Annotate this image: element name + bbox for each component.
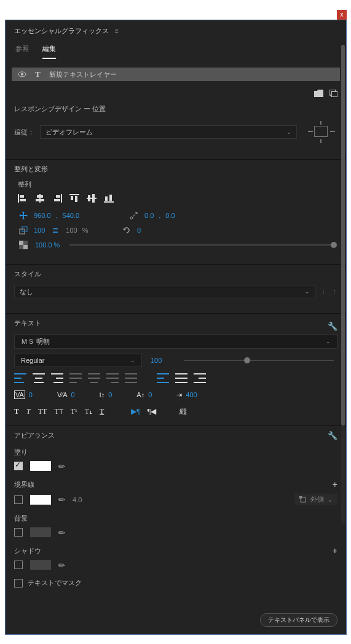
vert-align-mid-icon[interactable] — [175, 373, 187, 383]
text-justify-center-icon[interactable] — [88, 373, 100, 383]
text-align-right-icon[interactable] — [51, 373, 63, 383]
text-justify-left-icon[interactable] — [69, 373, 82, 383]
shadow-checkbox[interactable] — [14, 561, 23, 569]
scale-linked: 100 — [66, 227, 77, 234]
chevron-down-icon: ⌄ — [305, 289, 310, 295]
stroke-width-value[interactable]: 4.0 — [73, 496, 82, 503]
text-title: テキスト — [14, 319, 41, 328]
align-left-icon[interactable] — [18, 194, 28, 203]
font-size-slider[interactable] — [184, 360, 334, 361]
ltr-icon[interactable]: ▶¶ — [131, 407, 140, 416]
stroke-position-dropdown[interactable]: 外側 ⌄ — [294, 494, 337, 505]
kerning-value[interactable]: 0 — [71, 391, 75, 398]
visibility-icon[interactable] — [18, 71, 26, 77]
eyedropper-icon[interactable]: ✎ — [56, 527, 67, 538]
style-down-button[interactable]: ↓ — [320, 287, 326, 296]
svg-rect-10 — [61, 194, 62, 203]
rtl-icon[interactable]: ¶◀ — [148, 407, 156, 416]
panel-header: エッセンシャルグラフィックス ≡ — [6, 20, 346, 39]
wrench-icon[interactable]: 🔧 — [328, 431, 337, 440]
align-bottom-icon[interactable] — [104, 194, 114, 203]
mask-checkbox[interactable] — [14, 579, 23, 588]
tracking-value[interactable]: 0 — [29, 391, 33, 398]
small-caps-icon[interactable]: Tᴛ — [54, 407, 63, 416]
tab-browse[interactable]: 参照 — [15, 44, 29, 59]
font-weight-value: Regular — [21, 357, 45, 364]
scrollbar[interactable] — [341, 45, 345, 524]
folder-icon[interactable] — [314, 90, 323, 97]
font-size-value[interactable]: 100 — [151, 357, 172, 364]
background-color-swatch[interactable] — [30, 527, 51, 537]
shadow-color-swatch[interactable] — [30, 560, 51, 570]
all-caps-icon[interactable]: TT — [38, 407, 47, 416]
stroke-checkbox[interactable] — [14, 495, 23, 504]
section-appearance: アピアランス 🔧 塗り ✎ 境界線+ ✎ 4.0 外側 — [6, 426, 346, 596]
mask-label: テキストでマスク — [28, 578, 82, 588]
scrollbar-thumb[interactable] — [341, 45, 345, 425]
svg-rect-12 — [54, 199, 60, 201]
vert-align-top-icon[interactable] — [157, 373, 169, 383]
eyedropper-icon[interactable]: ✎ — [56, 494, 67, 505]
rotation-value[interactable]: 0 — [137, 227, 141, 234]
style-dropdown[interactable]: なし ⌄ — [14, 285, 315, 298]
chevron-down-icon: ⌄ — [286, 129, 291, 135]
text-align-left-icon[interactable] — [14, 373, 26, 383]
text-justify-all-icon[interactable] — [125, 373, 137, 383]
window-close-button[interactable]: x — [337, 10, 347, 20]
tsume-value[interactable]: 400 — [186, 391, 197, 398]
scale-value[interactable]: 100 — [34, 227, 45, 234]
text-align-center-icon[interactable] — [33, 373, 45, 383]
opacity-slider[interactable] — [69, 244, 334, 246]
tab-edit[interactable]: 編集 — [42, 44, 56, 59]
position-y[interactable]: 540.0 — [63, 212, 80, 219]
position-x[interactable]: 960.0 — [34, 212, 51, 219]
responsive-title: レスポンシブデザイン ー 位置 — [14, 104, 337, 114]
underline-icon[interactable]: T — [100, 407, 104, 416]
vert-align-bot-icon[interactable] — [194, 373, 206, 383]
follow-dropdown[interactable]: ビデオフレーム ⌄ — [40, 125, 297, 139]
superscript-icon[interactable]: T¹ — [71, 407, 77, 416]
pin-widget[interactable] — [306, 120, 337, 144]
wrench-icon[interactable]: 🔧 — [328, 322, 337, 331]
stroke-position-value: 外側 — [310, 495, 324, 504]
eyedropper-icon[interactable]: ✎ — [56, 460, 67, 471]
fill-color-swatch[interactable] — [30, 461, 51, 471]
section-text: テキスト 🔧 ＭＳ 明朝 ⌄ Regular ⌄ 100 — [6, 314, 346, 426]
align-center-v-icon[interactable] — [87, 194, 97, 203]
align-center-h-icon[interactable] — [35, 194, 45, 203]
font-family-dropdown[interactable]: ＭＳ 明朝 ⌄ — [14, 334, 337, 349]
style-up-button[interactable]: ↑ — [331, 287, 337, 296]
background-checkbox[interactable] — [14, 528, 23, 537]
scale-percent: % — [82, 227, 89, 234]
leading-value[interactable]: 0 — [108, 391, 112, 398]
anchor-y[interactable]: 0.0 — [165, 212, 175, 219]
align-top-icon[interactable] — [69, 194, 79, 203]
baseline-value[interactable]: 0 — [148, 391, 152, 398]
anchor-x[interactable]: 0.0 — [144, 212, 154, 219]
panel-menu-icon[interactable]: ≡ — [115, 28, 119, 34]
faux-bold-icon[interactable]: T — [14, 407, 19, 416]
svg-point-1 — [21, 73, 23, 76]
fill-checkbox[interactable] — [14, 462, 23, 470]
add-shadow-button[interactable]: + — [333, 546, 337, 556]
layer-row[interactable]: T 新規テキストレイヤー — [12, 68, 340, 81]
tategaki-icon[interactable]: 縦 — [179, 406, 187, 417]
new-item-icon[interactable] — [329, 90, 337, 97]
scale-row: 100 𝌆 100 % 0 — [18, 226, 337, 235]
align-right-icon[interactable] — [52, 194, 62, 203]
subscript-icon[interactable]: T₁ — [85, 407, 92, 416]
opacity-value[interactable]: 100.0 % — [35, 241, 60, 249]
add-stroke-button[interactable]: + — [333, 479, 337, 489]
svg-rect-21 — [109, 195, 112, 201]
text-justify-right-icon[interactable] — [106, 373, 119, 383]
show-text-panel-button[interactable]: テキストパネルで表示 — [260, 613, 337, 627]
stroke-color-swatch[interactable] — [30, 495, 51, 505]
faux-italic-icon[interactable]: T — [26, 407, 31, 416]
font-weight-dropdown[interactable]: Regular ⌄ — [14, 354, 142, 367]
text-style-row: T T TT Tᴛ T¹ T₁ T ▶¶ ¶◀ 縦 — [14, 406, 337, 417]
align-transform-title: 整列と変形 — [14, 165, 337, 174]
link-scale-icon[interactable]: 𝌆 — [50, 227, 61, 235]
eyedropper-icon[interactable]: ✎ — [56, 559, 67, 570]
svg-rect-17 — [88, 195, 90, 201]
svg-rect-19 — [104, 201, 114, 203]
